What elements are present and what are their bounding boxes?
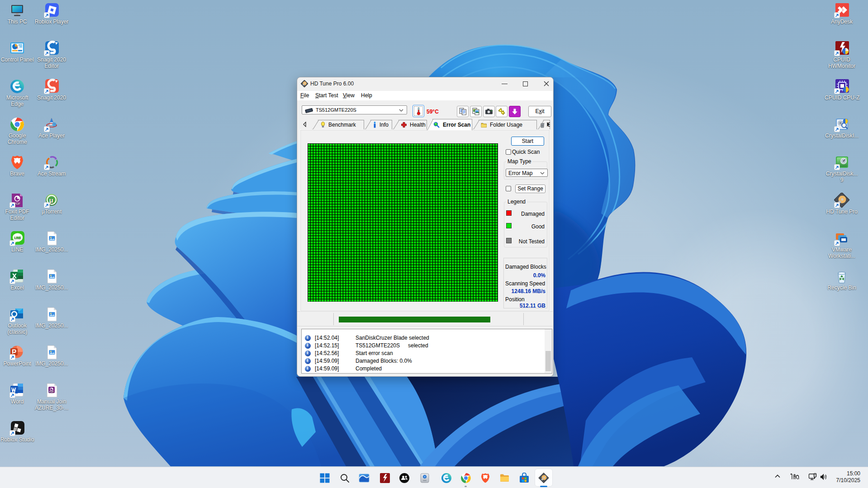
svg-text:LINE: LINE xyxy=(14,236,21,239)
svg-text:μ: μ xyxy=(49,196,53,204)
svg-text:PDF: PDF xyxy=(49,390,54,393)
